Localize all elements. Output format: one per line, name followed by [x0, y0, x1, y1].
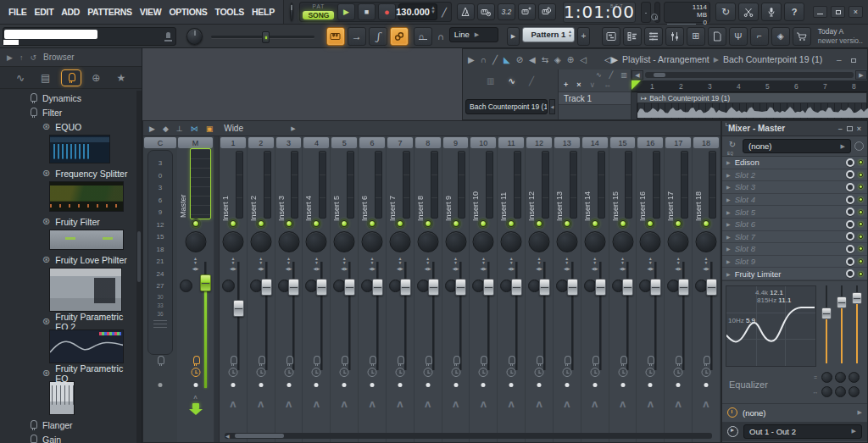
menu-file[interactable]: FILE [5, 7, 31, 17]
mute-led[interactable] [536, 220, 542, 227]
delete-track-button[interactable]: × [576, 80, 581, 89]
latency-clock-icon[interactable] [340, 368, 349, 377]
pan-knob[interactable] [668, 231, 689, 252]
channel-number[interactable]: 4 [303, 137, 329, 148]
add-track-button[interactable]: + [564, 80, 568, 89]
record-arm-dot[interactable] [231, 383, 235, 387]
slot-mix-knob[interactable] [846, 158, 854, 167]
mixer-insert-strip[interactable]: 11 Insert 11 ▲▼ ◀▶ ʌ [498, 136, 526, 442]
route-to-master-icon[interactable]: ʌ [676, 397, 682, 410]
channel-number[interactable]: 15 [610, 137, 636, 148]
record-arm-dot[interactable] [537, 383, 542, 387]
pedal-icon[interactable]: ∩ [414, 27, 432, 46]
route-to-master-icon[interactable]: ʌ [592, 397, 598, 410]
add-pattern-button[interactable]: + [577, 27, 590, 46]
picker-pattern-selector[interactable]: Bach Counterpoint 19 (1) [465, 99, 548, 114]
pan-knob[interactable] [389, 231, 410, 252]
volume-fader[interactable] [233, 300, 244, 317]
mute-led[interactable] [192, 220, 199, 227]
cut-icon[interactable] [738, 3, 759, 21]
record-arm-dot[interactable] [370, 383, 375, 387]
pan-knob[interactable] [278, 231, 299, 252]
latency-clock-icon[interactable] [674, 368, 683, 377]
output-selector[interactable]: Out 1 - Out 2▶ [743, 424, 862, 439]
pan-arrows[interactable]: ◀▶ [647, 267, 654, 271]
slot-enable-led[interactable] [859, 259, 863, 263]
menu-icon[interactable]: ▶ [468, 55, 475, 64]
volume-fader[interactable] [344, 279, 355, 296]
volume-fader[interactable] [483, 279, 494, 296]
eq-curve-display[interactable]: 4.4k 12.1 815Hz 11.1 10Hz 5.9 [726, 285, 816, 367]
pan-knob[interactable] [529, 231, 550, 252]
close-button[interactable]: × [849, 6, 863, 18]
metronome-icon[interactable] [457, 3, 475, 20]
latency-clock-icon[interactable] [507, 368, 516, 377]
eq-band-fader[interactable] [821, 285, 832, 363]
track-audio-icon[interactable]: ∿ [596, 71, 602, 79]
pan-arrows[interactable]: ◀▶ [592, 267, 598, 271]
track-grid-icon[interactable]: ▥ [620, 71, 627, 79]
tempo-display[interactable]: 130.000 ▲▼ [398, 3, 437, 20]
latency-clock-icon[interactable] [368, 368, 377, 377]
slot-label[interactable]: Fruity Limiter [735, 269, 782, 279]
channel-number[interactable]: 12 [526, 137, 552, 148]
effect-slot[interactable]: ▶ Slot 9 [722, 256, 867, 269]
effect-slot[interactable]: ▶ Slot 6 [722, 219, 867, 231]
browser-folder[interactable]: Filter [0, 105, 136, 119]
volume-fader[interactable] [261, 279, 272, 296]
slot-enable-led[interactable] [859, 222, 863, 226]
spectrum-panel[interactable] [654, 2, 660, 23]
slot-label[interactable]: Slot 4 [735, 195, 755, 204]
effect-slot[interactable]: ▶ Slot 7 [722, 231, 867, 244]
pan-arrows[interactable]: ◀▶ [286, 267, 292, 271]
slot-arrow-icon[interactable]: ▶ [726, 209, 731, 215]
time-selector[interactable]: (none) [743, 408, 765, 418]
mixer-insert-strip[interactable]: 8 Insert 8 ▲▼ ◀▶ ʌ [415, 136, 442, 442]
latency-clock-icon[interactable] [646, 368, 655, 377]
route-to-master-icon[interactable]: ʌ [620, 397, 626, 410]
record-arm-dot[interactable] [565, 383, 569, 387]
slot-label[interactable]: Slot 9 [735, 257, 755, 266]
slot-enable-led[interactable] [859, 272, 863, 276]
volume-fader[interactable] [455, 279, 466, 296]
mixer-insert-strip[interactable]: 16 Insert 16 ▲▼ ◀▶ ʌ [637, 136, 665, 442]
volume-fader[interactable] [650, 279, 661, 296]
typing-keyboard-toggle[interactable] [326, 27, 345, 46]
snap-magnet-icon[interactable]: ∩ [435, 27, 447, 46]
route-to-master-icon[interactable]: ʌ [703, 397, 709, 410]
eq-band-fader[interactable] [852, 285, 862, 363]
effect-slot[interactable]: ▶ Slot 3 [722, 181, 867, 194]
mute-led[interactable] [230, 220, 236, 227]
shuffle-slider-thumb[interactable] [262, 31, 270, 43]
audio-clip[interactable]: ↦ Bach Counterpoint 19 (1) [637, 92, 867, 119]
browser-tab-files[interactable]: ▤ [36, 69, 56, 86]
volume-fader[interactable] [595, 279, 606, 296]
stereo-separation-arrows[interactable]: ▲▼ [704, 257, 709, 265]
pan-knob[interactable] [334, 231, 355, 252]
pan-arrows[interactable]: ◀▶ [369, 267, 376, 271]
eq-knob[interactable] [821, 372, 832, 383]
nudge-icon[interactable]: ╱ [442, 8, 447, 17]
link-toggle[interactable] [390, 27, 409, 46]
slot-arrow-icon[interactable]: ▶ [726, 184, 731, 190]
record-arm-dot[interactable] [193, 383, 198, 387]
browser-folder[interactable]: Gain [0, 432, 136, 443]
channel-number[interactable]: 7 [387, 137, 413, 148]
stereo-separation-arrows[interactable]: ▲▼ [481, 257, 486, 265]
mixer-insert-strip[interactable]: 13 Insert 13 ▲▼ ◀▶ ʌ [554, 136, 581, 442]
restore-button[interactable] [831, 6, 845, 18]
plugin-thumbnail[interactable] [49, 181, 124, 212]
browser-plugin[interactable]: ⊛Fruity Parametric EQ [0, 366, 136, 380]
browser-folder[interactable]: Flanger [0, 418, 136, 432]
mixer-insert-strip[interactable]: 5 Insert 5 ▲▼ ◀▶ ʌ [331, 136, 359, 442]
slot-arrow-icon[interactable]: ▶ [726, 159, 731, 165]
record-arm-dot[interactable] [509, 383, 514, 387]
pattern-spinner[interactable]: ▲▼ [568, 30, 572, 38]
route-to-master-icon[interactable]: ʌ [342, 397, 348, 410]
pattern-selector[interactable]: Pattern 1 ▲▼ [522, 27, 575, 42]
plugin-thumbnail[interactable] [49, 381, 75, 415]
route-to-output-arrow[interactable] [192, 403, 199, 409]
record-arm-dot[interactable] [648, 383, 653, 387]
slot-mix-knob[interactable] [846, 257, 854, 266]
delete-icon[interactable]: ⊘ [516, 55, 523, 64]
